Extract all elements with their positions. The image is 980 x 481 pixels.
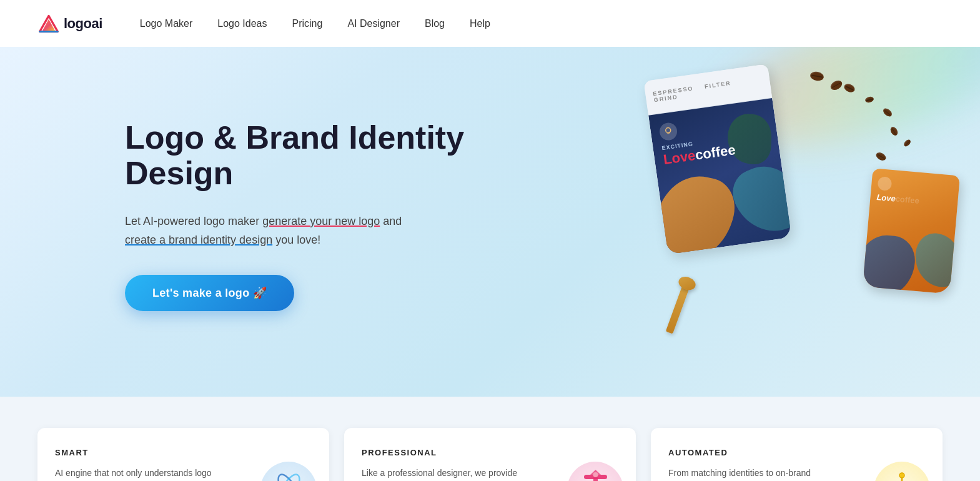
- coffee-bean: [882, 107, 894, 118]
- coffee-cup: Lovecoffee: [868, 172, 968, 309]
- nav-blog[interactable]: Blog: [425, 18, 445, 29]
- cards-section: SMART AI engine that not only understand…: [0, 397, 980, 481]
- subtitle-suffix: you love!: [272, 234, 320, 246]
- svg-point-18: [593, 472, 598, 477]
- card-automated: AUTOMATED From matching identities to on…: [651, 428, 943, 481]
- hero-subtitle: Let AI-powered logo maker generate your …: [125, 212, 487, 250]
- card-smart-title: SMART: [55, 448, 312, 457]
- coffee-bean: [829, 79, 844, 92]
- nav-ai-designer[interactable]: AI Designer: [347, 18, 400, 29]
- subtitle-prefix: Let AI-powered logo maker: [125, 215, 262, 227]
- robot-icon: [883, 471, 921, 481]
- card-smart: SMART AI engine that not only understand…: [37, 428, 329, 481]
- logo[interactable]: logoai: [37, 12, 102, 35]
- coffee-bean: [903, 139, 912, 148]
- hero-title: Logo & Brand Identity Design: [125, 120, 487, 191]
- nav-logo-ideas[interactable]: Logo Ideas: [217, 18, 267, 29]
- nav-pricing[interactable]: Pricing: [292, 18, 322, 29]
- subtitle-link2[interactable]: create a brand identity design: [125, 234, 272, 246]
- card-smart-desc: AI engine that not only understands logo…: [55, 466, 217, 481]
- main-nav: Logo Maker Logo Ideas Pricing AI Designe…: [140, 18, 490, 29]
- smart-icon-wrap: [260, 462, 317, 481]
- hero-image-area: ESPRESSO FILTER GRIND EXCITING Lovecoffe…: [618, 47, 980, 397]
- subtitle-link1[interactable]: generate your new logo: [262, 215, 380, 227]
- header: logoai Logo Maker Logo Ideas Pricing AI …: [0, 0, 980, 47]
- svg-point-3: [665, 127, 671, 133]
- balance-icon: [575, 470, 616, 481]
- card-professional-desc: Like a professional designer, we provide…: [362, 466, 524, 481]
- card-professional: PROFESSIONAL Like a professional designe…: [344, 428, 636, 481]
- logo-text: logoai: [64, 16, 102, 32]
- card-automated-desc: From matching identities to on-brand soc…: [668, 466, 831, 481]
- nav-logo-maker[interactable]: Logo Maker: [140, 18, 193, 29]
- nav-help[interactable]: Help: [470, 18, 490, 29]
- automated-icon-wrap: [874, 462, 930, 481]
- coffee-bean: [809, 71, 824, 82]
- coffee-bean: [889, 126, 899, 137]
- hero-content: Logo & Brand Identity Design Let AI-powe…: [125, 120, 487, 311]
- coffee-bag: ESPRESSO FILTER GRIND EXCITING Lovecoffe…: [655, 72, 799, 272]
- spoon: [666, 284, 690, 334]
- atom-icon: [269, 470, 309, 481]
- subtitle-middle: and: [380, 215, 402, 227]
- logo-icon: [37, 12, 60, 35]
- professional-icon-wrap: [567, 462, 623, 481]
- svg-point-21: [899, 473, 904, 478]
- card-professional-title: PROFESSIONAL: [362, 448, 618, 457]
- coffee-bean: [843, 82, 856, 94]
- hero-section: Logo & Brand Identity Design Let AI-powe…: [0, 47, 980, 397]
- card-automated-title: AUTOMATED: [668, 448, 925, 457]
- coffee-bean: [874, 151, 887, 162]
- coffee-bean: [864, 96, 874, 103]
- cta-button[interactable]: Let's make a logo 🚀: [125, 275, 294, 311]
